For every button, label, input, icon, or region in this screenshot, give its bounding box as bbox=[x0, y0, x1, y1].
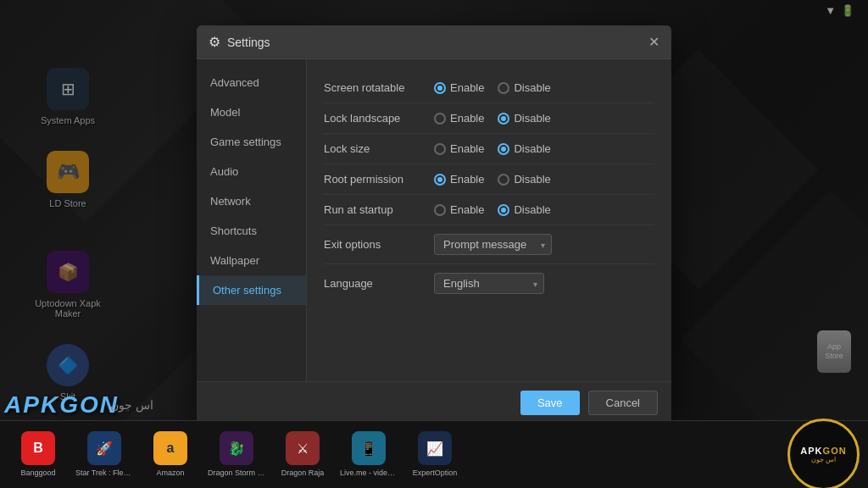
lock-size-enable[interactable]: Enable bbox=[434, 142, 484, 155]
radio-root-enable[interactable] bbox=[434, 174, 446, 186]
radio-lock-size-disable[interactable] bbox=[498, 143, 509, 155]
radio-screen-rotatable-enable[interactable] bbox=[434, 82, 446, 94]
screen-rotatable-disable[interactable]: Disable bbox=[498, 81, 550, 94]
nav-item-wallpaper[interactable]: Wallpaper bbox=[197, 246, 306, 275]
exit-options-label: Exit options bbox=[324, 238, 434, 251]
settings-titlebar: ⚙ Settings ✕ bbox=[197, 25, 671, 59]
close-button[interactable]: ✕ bbox=[648, 36, 659, 49]
nav-item-model[interactable]: Model bbox=[197, 97, 306, 127]
radio-lock-landscape-disable[interactable] bbox=[498, 113, 509, 125]
dragon-storm-icon: 🐉 bbox=[220, 431, 253, 465]
taskbar-app-banggood[interactable]: B Banggood bbox=[8, 428, 68, 481]
taskbar-app-liveme[interactable]: 📱 Live.me - video chat and trivia games bbox=[339, 428, 398, 481]
cancel-button[interactable]: Cancel bbox=[588, 391, 658, 415]
lock-landscape-controls: Enable Disable bbox=[434, 112, 654, 125]
amazon-icon: a bbox=[153, 431, 187, 465]
radio-root-disable[interactable] bbox=[498, 174, 509, 186]
modal-overlay: ⚙ Settings ✕ Advanced Model Game setting… bbox=[0, 0, 868, 488]
settings-footer: Save Cancel bbox=[197, 381, 671, 424]
lock-size-disable[interactable]: Disable bbox=[498, 142, 550, 155]
root-permission-controls: Enable Disable bbox=[434, 173, 654, 186]
amazon-label: Amazon bbox=[156, 469, 184, 478]
apk-text: APK bbox=[4, 391, 59, 418]
dragon-raja-label: Dragon Raja bbox=[281, 469, 325, 478]
apkgon-arabic: اس جون bbox=[110, 398, 153, 412]
lock-landscape-enable[interactable]: Enable bbox=[434, 112, 484, 125]
gear-icon: ⚙ bbox=[209, 34, 220, 50]
nav-item-network[interactable]: Network bbox=[197, 186, 306, 216]
setting-run-at-startup: Run at startup Enable Disable bbox=[324, 195, 654, 225]
nav-item-other-settings[interactable]: Other settings bbox=[197, 275, 306, 305]
setting-screen-rotatable: Screen rotatable Enable Disable bbox=[324, 73, 654, 103]
taskbar-app-dragon-storm[interactable]: 🐉 Dragon Storm Fantasy bbox=[207, 428, 266, 481]
setting-language: Language English Chinese Japanese Korean… bbox=[324, 264, 654, 302]
setting-lock-size: Lock size Enable Disable bbox=[324, 134, 654, 164]
language-controls: English Chinese Japanese Korean ▾ bbox=[434, 273, 654, 294]
lock-size-controls: Enable Disable bbox=[434, 142, 654, 155]
title-left: ⚙ Settings bbox=[209, 34, 270, 50]
radio-lock-size-enable[interactable] bbox=[434, 143, 446, 155]
expert-label: ExpertOption bbox=[413, 469, 458, 478]
lock-size-label: Lock size bbox=[324, 142, 434, 155]
star-trek-label: Star Trek : Fleet Command bbox=[75, 469, 133, 478]
lock-landscape-label: Lock landscape bbox=[324, 112, 434, 125]
nav-item-advanced[interactable]: Advanced bbox=[197, 68, 306, 97]
setting-exit-options: Exit options Prompt message Exit directl… bbox=[324, 225, 654, 264]
setting-lock-landscape: Lock landscape Enable Disable bbox=[324, 103, 654, 134]
exit-options-select[interactable]: Prompt message Exit directly Minimize to… bbox=[434, 234, 552, 255]
exit-options-dropdown-wrapper: Prompt message Exit directly Minimize to… bbox=[434, 234, 552, 255]
root-permission-disable[interactable]: Disable bbox=[498, 173, 550, 186]
settings-title: Settings bbox=[227, 36, 270, 49]
setting-root-permission: Root permission Enable Disable bbox=[324, 164, 654, 195]
apkgon-circle-sub: اس جون bbox=[811, 456, 836, 463]
banggood-icon: B bbox=[21, 431, 55, 465]
settings-nav: Advanced Model Game settings Audio Netwo… bbox=[197, 59, 307, 381]
settings-window: ⚙ Settings ✕ Advanced Model Game setting… bbox=[197, 25, 671, 424]
radio-lock-landscape-enable[interactable] bbox=[434, 113, 446, 125]
taskbar-app-expert[interactable]: 📈 ExpertOption bbox=[405, 428, 465, 481]
save-button[interactable]: Save bbox=[520, 391, 580, 415]
language-select[interactable]: English Chinese Japanese Korean bbox=[434, 273, 544, 294]
run-at-startup-controls: Enable Disable bbox=[434, 203, 654, 216]
apkgon-logo-area: APKGON اس جون bbox=[787, 419, 860, 488]
run-at-startup-enable[interactable]: Enable bbox=[434, 203, 484, 216]
root-permission-label: Root permission bbox=[324, 173, 434, 186]
screen-rotatable-controls: Enable Disable bbox=[434, 81, 654, 94]
exit-options-controls: Prompt message Exit directly Minimize to… bbox=[434, 234, 654, 255]
radio-startup-enable[interactable] bbox=[434, 204, 446, 216]
liveme-label: Live.me - video chat and trivia games bbox=[340, 469, 398, 478]
language-label: Language bbox=[324, 277, 434, 290]
expert-icon: 📈 bbox=[418, 431, 452, 465]
apkgon-watermark: APKGON bbox=[4, 391, 119, 419]
banggood-label: Banggood bbox=[20, 469, 55, 478]
run-at-startup-label: Run at startup bbox=[324, 203, 434, 216]
apkgon-circle: APKGON اس جون bbox=[787, 419, 860, 488]
desktop: ▼ 🔋 ⊞ System Apps 🎮 LD Store 📦 Uptodown … bbox=[0, 0, 868, 488]
taskbar: B Banggood 🚀 Star Trek : Fleet Command a… bbox=[0, 420, 868, 488]
taskbar-app-star-trek[interactable]: 🚀 Star Trek : Fleet Command bbox=[75, 428, 134, 481]
dragon-storm-label: Dragon Storm Fantasy bbox=[208, 469, 265, 478]
screen-rotatable-enable[interactable]: Enable bbox=[434, 81, 484, 94]
radio-screen-rotatable-disable[interactable] bbox=[498, 82, 509, 94]
apkgon-circle-text: APKGON bbox=[800, 446, 846, 456]
run-at-startup-disable[interactable]: Disable bbox=[498, 203, 550, 216]
taskbar-app-amazon[interactable]: a Amazon bbox=[141, 428, 200, 481]
settings-content: Screen rotatable Enable Disable bbox=[307, 59, 671, 381]
lock-landscape-disable[interactable]: Disable bbox=[498, 112, 550, 125]
language-dropdown-wrapper: English Chinese Japanese Korean ▾ bbox=[434, 273, 544, 294]
nav-item-audio[interactable]: Audio bbox=[197, 157, 306, 186]
screen-rotatable-label: Screen rotatable bbox=[324, 81, 434, 94]
settings-body: Advanced Model Game settings Audio Netwo… bbox=[197, 59, 671, 381]
nav-item-shortcuts[interactable]: Shortcuts bbox=[197, 216, 306, 246]
liveme-icon: 📱 bbox=[352, 431, 386, 465]
star-trek-icon: 🚀 bbox=[87, 431, 121, 465]
taskbar-app-dragon-raja[interactable]: ⚔ Dragon Raja bbox=[273, 428, 332, 481]
dragon-raja-icon: ⚔ bbox=[286, 431, 320, 465]
root-permission-enable[interactable]: Enable bbox=[434, 173, 484, 186]
nav-item-game-settings[interactable]: Game settings bbox=[197, 127, 306, 157]
radio-startup-disable[interactable] bbox=[498, 204, 509, 216]
